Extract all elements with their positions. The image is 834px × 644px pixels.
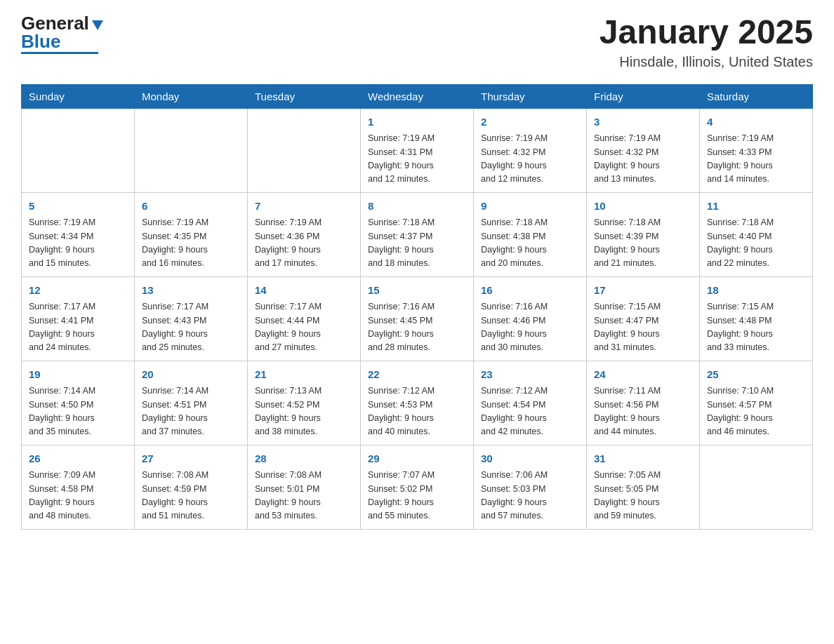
day-number: 28 [255,451,353,467]
day-info: Sunrise: 7:06 AM Sunset: 5:03 PM Dayligh… [481,469,579,523]
day-info: Sunrise: 7:19 AM Sunset: 4:32 PM Dayligh… [594,132,692,187]
day-info: Sunrise: 7:19 AM Sunset: 4:36 PM Dayligh… [255,216,353,271]
calendar-cell: 23Sunrise: 7:12 AM Sunset: 4:54 PM Dayli… [474,361,587,445]
day-number: 20 [142,367,240,383]
day-info: Sunrise: 7:08 AM Sunset: 4:59 PM Dayligh… [142,469,240,523]
title-section: January 2025 Hinsdale, Illinois, United … [600,14,813,70]
calendar-cell [135,108,248,192]
day-info: Sunrise: 7:12 AM Sunset: 4:53 PM Dayligh… [368,384,466,439]
day-number: 6 [142,199,240,215]
logo: General Blue [21,14,103,54]
day-info: Sunrise: 7:19 AM Sunset: 4:31 PM Dayligh… [368,132,466,187]
day-number: 26 [29,451,127,467]
logo-general-text: General [21,14,89,32]
calendar-cell: 25Sunrise: 7:10 AM Sunset: 4:57 PM Dayli… [700,361,813,445]
calendar-cell: 18Sunrise: 7:15 AM Sunset: 4:48 PM Dayli… [700,276,813,361]
day-info: Sunrise: 7:12 AM Sunset: 4:54 PM Dayligh… [481,384,579,439]
calendar-cell: 14Sunrise: 7:17 AM Sunset: 4:44 PM Dayli… [248,276,361,361]
calendar-cell: 5Sunrise: 7:19 AM Sunset: 4:34 PM Daylig… [22,192,135,276]
day-number: 30 [481,451,579,467]
calendar-header-thursday: Thursday [474,84,587,108]
calendar-cell: 30Sunrise: 7:06 AM Sunset: 5:03 PM Dayli… [474,445,587,529]
calendar-header-saturday: Saturday [700,84,813,108]
day-info: Sunrise: 7:09 AM Sunset: 4:58 PM Dayligh… [29,469,127,523]
day-number: 25 [707,367,805,383]
calendar-cell: 2Sunrise: 7:19 AM Sunset: 4:32 PM Daylig… [474,108,587,192]
calendar-cell: 19Sunrise: 7:14 AM Sunset: 4:50 PM Dayli… [22,361,135,445]
calendar-cell: 4Sunrise: 7:19 AM Sunset: 4:33 PM Daylig… [700,108,813,192]
day-info: Sunrise: 7:18 AM Sunset: 4:39 PM Dayligh… [594,216,692,271]
calendar-cell: 15Sunrise: 7:16 AM Sunset: 4:45 PM Dayli… [361,276,474,361]
day-info: Sunrise: 7:17 AM Sunset: 4:44 PM Dayligh… [255,300,353,355]
day-info: Sunrise: 7:07 AM Sunset: 5:02 PM Dayligh… [368,469,466,523]
day-info: Sunrise: 7:11 AM Sunset: 4:56 PM Dayligh… [594,384,692,439]
day-number: 31 [594,451,692,467]
day-number: 10 [594,199,692,215]
day-info: Sunrise: 7:17 AM Sunset: 4:43 PM Dayligh… [142,300,240,355]
calendar-cell: 16Sunrise: 7:16 AM Sunset: 4:46 PM Dayli… [474,276,587,361]
calendar-cell: 11Sunrise: 7:18 AM Sunset: 4:40 PM Dayli… [700,192,813,276]
day-number: 4 [707,114,805,130]
day-number: 11 [707,199,805,215]
calendar-cell: 31Sunrise: 7:05 AM Sunset: 5:05 PM Dayli… [587,445,700,529]
day-info: Sunrise: 7:18 AM Sunset: 4:40 PM Dayligh… [707,216,805,271]
day-number: 3 [594,114,692,130]
calendar-header-row: SundayMondayTuesdayWednesdayThursdayFrid… [22,84,813,108]
calendar-week-row: 26Sunrise: 7:09 AM Sunset: 4:58 PM Dayli… [22,445,813,529]
calendar-cell: 29Sunrise: 7:07 AM Sunset: 5:02 PM Dayli… [361,445,474,529]
day-number: 8 [368,199,466,215]
day-info: Sunrise: 7:16 AM Sunset: 4:46 PM Dayligh… [481,300,579,355]
calendar-cell: 9Sunrise: 7:18 AM Sunset: 4:38 PM Daylig… [474,192,587,276]
day-number: 13 [142,283,240,299]
day-info: Sunrise: 7:15 AM Sunset: 4:48 PM Dayligh… [707,300,805,355]
calendar-header-tuesday: Tuesday [248,84,361,108]
calendar-header-sunday: Sunday [22,84,135,108]
day-info: Sunrise: 7:05 AM Sunset: 5:05 PM Dayligh… [594,469,692,523]
calendar-cell: 22Sunrise: 7:12 AM Sunset: 4:53 PM Dayli… [361,361,474,445]
day-info: Sunrise: 7:13 AM Sunset: 4:52 PM Dayligh… [255,384,353,439]
logo-underline [21,52,98,54]
day-number: 24 [594,367,692,383]
calendar-week-row: 19Sunrise: 7:14 AM Sunset: 4:50 PM Dayli… [22,361,813,445]
day-info: Sunrise: 7:19 AM Sunset: 4:32 PM Dayligh… [481,132,579,187]
day-number: 17 [594,283,692,299]
day-number: 29 [368,451,466,467]
day-info: Sunrise: 7:19 AM Sunset: 4:33 PM Dayligh… [707,132,805,187]
page-header: General Blue January 2025 Hinsdale, Illi… [21,14,813,70]
calendar-week-row: 1Sunrise: 7:19 AM Sunset: 4:31 PM Daylig… [22,108,813,192]
calendar-cell: 1Sunrise: 7:19 AM Sunset: 4:31 PM Daylig… [361,108,474,192]
calendar-cell: 3Sunrise: 7:19 AM Sunset: 4:32 PM Daylig… [587,108,700,192]
logo-triangle-icon [92,20,103,30]
calendar-title: January 2025 [600,14,813,51]
day-info: Sunrise: 7:18 AM Sunset: 4:37 PM Dayligh… [368,216,466,271]
calendar-cell: 7Sunrise: 7:19 AM Sunset: 4:36 PM Daylig… [248,192,361,276]
day-info: Sunrise: 7:14 AM Sunset: 4:51 PM Dayligh… [142,384,240,439]
calendar-cell: 17Sunrise: 7:15 AM Sunset: 4:47 PM Dayli… [587,276,700,361]
day-number: 2 [481,114,579,130]
calendar-header-friday: Friday [587,84,700,108]
calendar-cell [248,108,361,192]
calendar-cell: 21Sunrise: 7:13 AM Sunset: 4:52 PM Dayli… [248,361,361,445]
calendar-cell: 13Sunrise: 7:17 AM Sunset: 4:43 PM Dayli… [135,276,248,361]
calendar-week-row: 5Sunrise: 7:19 AM Sunset: 4:34 PM Daylig… [22,192,813,276]
day-info: Sunrise: 7:08 AM Sunset: 5:01 PM Dayligh… [255,469,353,523]
calendar-cell: 27Sunrise: 7:08 AM Sunset: 4:59 PM Dayli… [135,445,248,529]
calendar-header-wednesday: Wednesday [361,84,474,108]
calendar-cell: 24Sunrise: 7:11 AM Sunset: 4:56 PM Dayli… [587,361,700,445]
day-number: 18 [707,283,805,299]
calendar-table: SundayMondayTuesdayWednesdayThursdayFrid… [21,84,813,530]
day-number: 14 [255,283,353,299]
day-info: Sunrise: 7:19 AM Sunset: 4:35 PM Dayligh… [142,216,240,271]
day-info: Sunrise: 7:16 AM Sunset: 4:45 PM Dayligh… [368,300,466,355]
logo-blue-text: Blue [21,32,60,51]
day-number: 27 [142,451,240,467]
day-number: 12 [29,283,127,299]
calendar-cell: 12Sunrise: 7:17 AM Sunset: 4:41 PM Dayli… [22,276,135,361]
day-info: Sunrise: 7:17 AM Sunset: 4:41 PM Dayligh… [29,300,127,355]
day-number: 23 [481,367,579,383]
day-number: 16 [481,283,579,299]
day-number: 15 [368,283,466,299]
calendar-cell: 28Sunrise: 7:08 AM Sunset: 5:01 PM Dayli… [248,445,361,529]
day-number: 21 [255,367,353,383]
day-info: Sunrise: 7:14 AM Sunset: 4:50 PM Dayligh… [29,384,127,439]
